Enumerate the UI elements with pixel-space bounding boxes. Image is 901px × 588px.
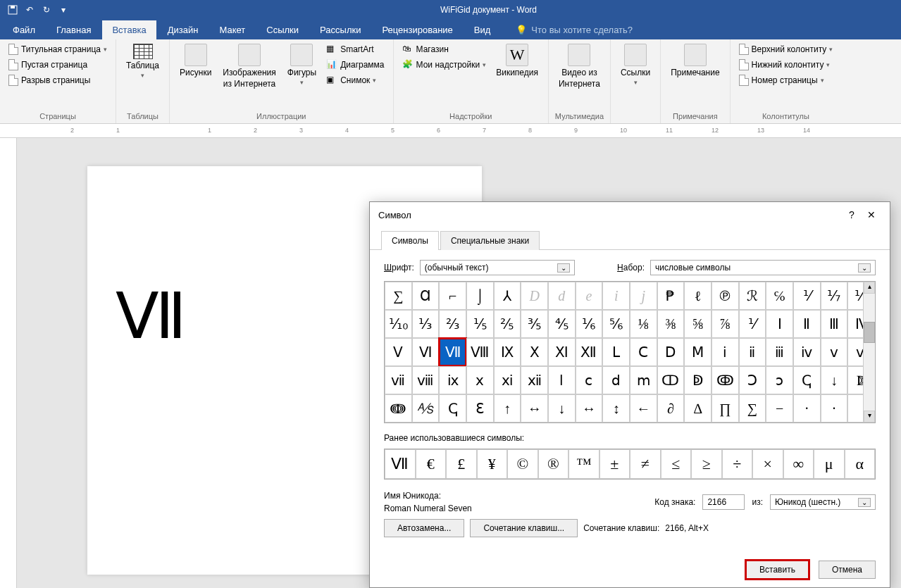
symbol-cell[interactable]: Ɑ — [412, 282, 440, 310]
links-button[interactable]: Ссылки — [616, 42, 654, 87]
symbol-cell[interactable]: Ↄ — [739, 366, 766, 394]
symbol-cell[interactable]: ⅜ — [657, 310, 685, 338]
scroll-down-icon[interactable]: ▾ — [864, 411, 875, 423]
symbol-cell[interactable]: − — [766, 394, 793, 423]
scroll-thumb[interactable] — [864, 322, 875, 343]
symbol-cell[interactable]: ↂ — [712, 366, 739, 394]
symbol-cell[interactable]: ⅴ — [821, 338, 848, 366]
wikipedia-button[interactable]: WВикипедия — [492, 42, 542, 79]
symbol-cell[interactable]: i — [602, 282, 630, 310]
recent-symbol-cell[interactable]: μ — [814, 449, 845, 479]
recent-symbol-cell[interactable]: € — [416, 449, 447, 479]
tab-special-chars[interactable]: Специальные знаки — [440, 231, 540, 250]
symbol-cell[interactable]: ∑ — [739, 394, 766, 423]
symbol-cell[interactable]: ⅷ — [412, 366, 440, 394]
font-combo[interactable]: (обычный текст) — [420, 260, 575, 275]
undo-icon[interactable]: ↶ — [24, 4, 35, 15]
tab-view[interactable]: Вид — [464, 20, 501, 39]
symbol-cell[interactable]: ⅾ — [602, 366, 630, 394]
close-button[interactable]: ✕ — [862, 209, 881, 220]
symbol-cell[interactable]: ↔ — [576, 394, 603, 423]
symbol-cell[interactable]: ⅹ — [466, 366, 494, 394]
symbol-cell[interactable]: ⅞ — [712, 310, 739, 338]
symbol-cell[interactable]: ℛ — [739, 282, 766, 310]
symbol-cell[interactable]: ⅸ — [439, 366, 466, 394]
symbol-cell[interactable]: Ⅺ — [548, 338, 576, 366]
recent-symbol-cell[interactable]: ™ — [568, 449, 599, 479]
symbol-cell[interactable]: ↔ — [521, 394, 548, 423]
symbol-cell[interactable]: Ⅱ — [793, 310, 821, 338]
recent-symbol-cell[interactable]: ∞ — [783, 449, 814, 479]
symbol-cell[interactable]: ⅟ — [793, 282, 821, 310]
header-button[interactable]: Верхний колонтиту — [736, 42, 836, 56]
recent-symbol-cell[interactable]: £ — [446, 449, 477, 479]
symbol-cell[interactable]: ⅍ — [412, 394, 440, 423]
symbol-cell[interactable]: Ⅲ — [821, 310, 848, 338]
autocorrect-button[interactable]: Автозамена... — [384, 519, 464, 537]
vertical-ruler[interactable] — [0, 138, 17, 588]
symbol-cell[interactable]: · — [821, 394, 848, 423]
symbol-cell[interactable]: ⅺ — [494, 366, 521, 394]
symbol-cell[interactable]: ⅿ — [630, 366, 657, 394]
symbol-cell[interactable]: ∙ — [793, 394, 821, 423]
symbol-cell[interactable]: ⅒ — [385, 310, 412, 338]
symbol-cell[interactable]: ↄ — [766, 366, 793, 394]
symbol-cell[interactable]: ↅ — [793, 366, 821, 394]
symbol-cell[interactable]: ↕ — [602, 394, 630, 423]
symbol-cell[interactable]: ℓ — [684, 282, 712, 310]
symbol-cell[interactable]: ⅗ — [521, 310, 548, 338]
recent-symbol-cell[interactable]: α — [845, 449, 876, 479]
symbol-cell[interactable]: Ⅰ — [766, 310, 793, 338]
tab-design[interactable]: Дизайн — [158, 20, 209, 39]
recent-symbol-cell[interactable]: ≠ — [630, 449, 661, 479]
symbol-cell[interactable]: Ⅿ — [684, 338, 712, 366]
from-combo[interactable]: Юникод (шестн.) — [770, 494, 876, 510]
symbol-cell[interactable]: ↁ — [684, 366, 712, 394]
symbol-cell[interactable]: ↈ — [385, 394, 412, 423]
tell-me-search[interactable]: 💡 Что вы хотите сделать? — [516, 20, 633, 39]
chart-button[interactable]: 📊Диаграмма — [323, 58, 387, 72]
symbol-cell[interactable]: ↑ — [494, 394, 521, 423]
recent-symbol-cell[interactable]: ± — [599, 449, 630, 479]
cover-page-button[interactable]: Титульная страница — [6, 42, 110, 56]
pictures-button[interactable]: Рисунки — [175, 42, 216, 79]
shapes-button[interactable]: Фигуры — [283, 42, 321, 87]
symbol-cell[interactable]: ⅔ — [439, 310, 466, 338]
save-icon[interactable] — [7, 4, 18, 15]
symbol-cell[interactable]: ⅄ — [494, 282, 521, 310]
symbol-cell[interactable]: ℅ — [766, 282, 793, 310]
tab-home[interactable]: Главная — [46, 20, 101, 39]
tab-layout[interactable]: Макет — [209, 20, 255, 39]
symbol-cell[interactable]: ∑ — [385, 282, 412, 310]
cancel-button[interactable]: Отмена — [819, 561, 876, 579]
tab-review[interactable]: Рецензирование — [372, 20, 462, 39]
blank-page-button[interactable]: Пустая страница — [6, 58, 110, 72]
symbol-cell[interactable]: ⌡ — [466, 282, 494, 310]
recent-symbol-cell[interactable]: ≤ — [661, 449, 692, 479]
my-addins-button[interactable]: 🧩Мои надстройки — [399, 58, 490, 72]
symbol-cell[interactable]: Ⅾ — [657, 338, 685, 366]
symbol-cell[interactable]: ⅟ — [739, 310, 766, 338]
symbol-cell[interactable]: ↀ — [657, 366, 685, 394]
symbol-cell[interactable]: ∏ — [712, 394, 739, 423]
online-pictures-button[interactable]: Изображенияиз Интернета — [218, 42, 280, 90]
symbol-cell[interactable]: ⅘ — [548, 310, 576, 338]
page-break-button[interactable]: Разрыв страницы — [6, 73, 110, 87]
set-combo[interactable]: числовые символы — [650, 260, 876, 275]
symbol-cell[interactable]: ⅳ — [793, 338, 821, 366]
screenshot-button[interactable]: ▣Снимок — [323, 73, 387, 87]
symbol-cell[interactable]: ↓ — [821, 366, 848, 394]
symbol-cell[interactable]: ⌐ — [439, 282, 466, 310]
symbol-cell[interactable]: ⅰ — [712, 338, 739, 366]
scroll-up-icon[interactable]: ▴ — [864, 282, 875, 294]
tab-mailings[interactable]: Рассылки — [310, 20, 371, 39]
symbol-cell[interactable]: ⅱ — [739, 338, 766, 366]
page-number-button[interactable]: Номер страницы — [736, 73, 836, 87]
symbol-cell[interactable]: Ⅵ — [412, 338, 440, 366]
help-button[interactable]: ? — [842, 209, 862, 220]
symbol-cell[interactable]: Ⅴ — [385, 338, 412, 366]
symbol-cell[interactable]: Ɛ — [466, 394, 494, 423]
code-input[interactable] — [702, 494, 745, 510]
symbol-cell[interactable]: ∂ — [657, 394, 685, 423]
symbol-cell[interactable]: ⅐ — [821, 282, 848, 310]
